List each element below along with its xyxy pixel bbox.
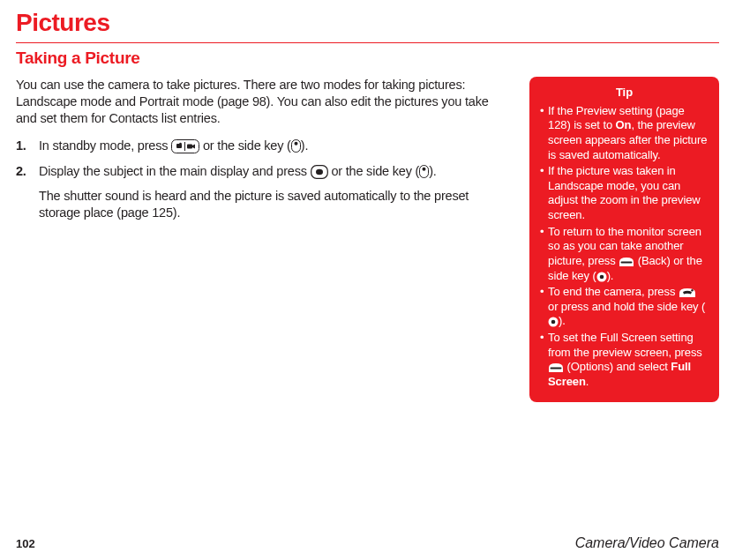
tip-text: . — [586, 375, 589, 388]
svg-point-8 — [316, 169, 323, 175]
camera-video-key-icon — [171, 139, 199, 153]
side-key-icon — [291, 139, 301, 153]
tip-item: To set the Full Screen setting from the … — [540, 331, 709, 390]
chapter-title: Camera/Video Camera — [575, 535, 719, 551]
svg-point-15 — [551, 320, 556, 325]
page-number: 102 — [16, 537, 35, 550]
step-text: ). — [429, 164, 436, 178]
soft-key-icon — [619, 257, 634, 267]
tip-item: If the Preview setting (page 128) is set… — [540, 104, 709, 163]
center-key-icon — [311, 165, 328, 179]
tip-text: If the picture was taken in Landscape mo… — [548, 164, 701, 221]
camera-side-icon — [548, 317, 559, 327]
main-column: You can use the camera to take pictures.… — [16, 77, 512, 231]
svg-point-6 — [294, 141, 297, 145]
step-text: Display the subject in the main display … — [39, 164, 311, 178]
step-text: ). — [301, 138, 308, 153]
step-text: or the side key ( — [328, 164, 420, 178]
svg-point-2 — [179, 142, 182, 145]
tip-heading: Tip — [540, 86, 709, 101]
step-after-text: The shutter sound is heard and the pictu… — [39, 188, 512, 222]
section-divider — [16, 42, 719, 43]
end-key-icon — [679, 287, 696, 298]
page-footer: 102 Camera/Video Camera — [16, 535, 719, 551]
svg-point-10 — [423, 168, 426, 171]
tip-item: To end the camera, press or press and ho… — [540, 285, 709, 329]
step-text: In standby mode, press — [39, 138, 171, 153]
section-heading: Taking a Picture — [16, 49, 719, 68]
step-number: 2. — [16, 163, 39, 222]
tip-box: Tip If the Preview setting (page 128) is… — [529, 77, 719, 402]
tip-text: To set the Full Screen setting from the … — [548, 331, 702, 359]
tip-text: To end the camera, press — [548, 285, 679, 298]
side-key-icon — [419, 165, 429, 178]
step-text: or the side key ( — [199, 138, 291, 153]
svg-point-13 — [691, 289, 693, 291]
intro-paragraph: You can use the camera to take pictures.… — [16, 77, 512, 127]
step-1: 1. In standby mode, press or the side ke… — [16, 138, 512, 155]
tip-item: If the picture was taken in Landscape mo… — [540, 164, 709, 223]
tip-text: ). — [607, 269, 614, 282]
step-number: 1. — [16, 138, 39, 155]
soft-key-icon — [548, 362, 564, 373]
step-2: 2. Display the subject in the main displ… — [16, 163, 512, 222]
tip-text: or press and hold the side key ( — [548, 300, 705, 313]
tip-item: To return to the monitor screen so as yo… — [540, 225, 709, 284]
svg-point-12 — [599, 274, 604, 279]
tip-text: ). — [559, 314, 566, 327]
svg-rect-5 — [291, 139, 300, 152]
tip-bold: On — [616, 118, 632, 131]
svg-rect-9 — [420, 166, 429, 178]
svg-rect-4 — [187, 144, 192, 148]
tip-text: (Options) and select — [564, 360, 671, 373]
page-title: Pictures — [16, 9, 719, 37]
camera-side-icon — [596, 272, 607, 282]
